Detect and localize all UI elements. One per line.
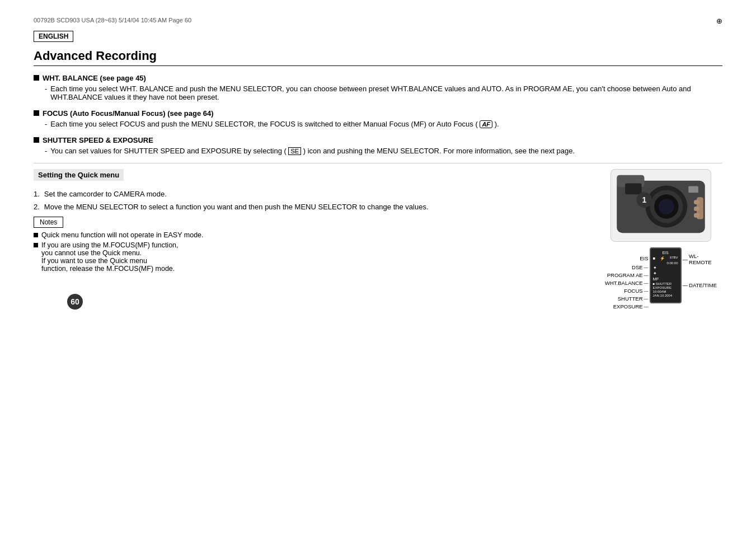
- svg-rect-13: [694, 213, 699, 218]
- page-title: Advanced Recording: [34, 49, 722, 66]
- step-2-num: 2.: [34, 203, 40, 211]
- svg-point-4: [659, 199, 674, 214]
- shutter-heading: SHUTTER SPEED & EXPOSURE: [43, 136, 153, 144]
- step-1-text: Set the camcorder to CAMERA mode.: [44, 190, 167, 198]
- step-2-text: Move the MENU SELECTOR to select a funct…: [44, 203, 429, 211]
- section-heading-focus: FOCUS (Auto Focus/Manual Focus) (see pag…: [34, 109, 722, 118]
- step-1-num: 1.: [34, 190, 40, 198]
- focus-heading: FOCUS (Auto Focus/Manual Focus) (see pag…: [43, 109, 214, 118]
- dash-icon: -: [45, 85, 47, 101]
- section-focus: FOCUS (Auto Focus/Manual Focus) (see pag…: [34, 109, 722, 128]
- note-2-text: If you are using the M.FOCUS(MF) functio…: [41, 241, 179, 273]
- dash-icon: -: [45, 120, 47, 128]
- page-number: 60: [67, 294, 83, 310]
- svg-rect-9: [688, 186, 698, 193]
- wht-balance-body: - Each time you select WHT. BALANCE and …: [45, 85, 722, 101]
- quick-menu-heading: Setting the Quick menu: [34, 169, 124, 181]
- divider: [34, 163, 722, 163]
- screen-row-date: JAN.10.2004: [653, 294, 678, 297]
- label-dse: DSE —: [632, 264, 649, 270]
- shutter-text: You can set values for SHUTTER SPEED and…: [50, 147, 575, 155]
- registration-marks: ⊕: [716, 17, 722, 25]
- label-eis: EIS: [640, 255, 648, 261]
- bullet-icon: [34, 137, 39, 143]
- page-header: 00792B SCD903 USA (28~63) 5/14/04 10:45 …: [34, 17, 722, 25]
- label-program-ae: PROGRAM AE —: [607, 272, 649, 278]
- svg-rect-6: [625, 184, 642, 195]
- svg-text:1: 1: [642, 196, 647, 204]
- eis-screen-label: EIS: [653, 251, 678, 255]
- camera-screen: EIS ■ ⚡ 97BV 0:00:00 ✦ ✦: [650, 247, 682, 303]
- label-wl-remote: — WL-REMOTE: [683, 253, 717, 265]
- note-2: If you are using the M.FOCUS(MF) functio…: [34, 241, 583, 273]
- focus-item-1: - Each time you select FOCUS and push th…: [45, 120, 722, 128]
- camera-image: 1: [611, 169, 711, 242]
- section-heading-shutter: SHUTTER SPEED & EXPOSURE: [34, 136, 722, 144]
- shutter-se-icon: SE: [288, 147, 301, 155]
- wht-balance-heading: WHT. BALANCE (see page 45): [43, 74, 146, 82]
- bullet-icon: [34, 110, 39, 116]
- wht-balance-text: Each time you select WHT. BALANCE and pu…: [50, 85, 722, 101]
- menu-labels-right: — WL-REMOTE — DATE/TIME: [683, 247, 717, 288]
- label-focus: FOCUS —: [624, 288, 648, 294]
- focus-text: Each time you select FOCUS and push the …: [50, 120, 499, 128]
- label-date-time: — DATE/TIME: [683, 282, 717, 288]
- screen-row-datetime: 10:00AM: [653, 290, 678, 293]
- label-exposure: EXPOSURE —: [613, 303, 649, 310]
- screen-row-time: 0:00:00: [653, 261, 678, 265]
- menu-labels-left: EIS DSE — PROGRAM AE — WHT.BALANCE —: [605, 247, 649, 310]
- screen-row-focus: MF: [653, 277, 678, 282]
- quick-menu-section: Setting the Quick menu 1. Set the camcor…: [34, 169, 583, 211]
- file-info: 00792B SCD903 USA (28~63) 5/14/04 10:45 …: [34, 17, 191, 25]
- step-2: 2. Move the MENU SELECTOR to select a fu…: [34, 203, 583, 211]
- reg-mark-right: ⊕: [716, 17, 722, 25]
- main-content: Setting the Quick menu 1. Set the camcor…: [34, 169, 722, 310]
- menu-diagram: EIS DSE — PROGRAM AE — WHT.BALANCE —: [605, 247, 717, 310]
- wht-balance-item-1: - Each time you select WHT. BALANCE and …: [45, 85, 722, 101]
- english-badge: ENGLISH: [34, 31, 73, 42]
- screen-row-shutter: ■ SHUTTER: [653, 282, 678, 285]
- screen-row-exposure: EXPOSURE: [653, 286, 678, 289]
- af-icon: AF: [480, 120, 492, 128]
- shutter-item-1: - You can set values for SHUTTER SPEED a…: [45, 147, 722, 155]
- section-heading-wht-balance: WHT. BALANCE (see page 45): [34, 74, 722, 82]
- label-wht-balance: WHT.BALANCE —: [605, 280, 649, 286]
- bullet-icon: [34, 243, 38, 247]
- svg-rect-12: [694, 207, 699, 211]
- note-1: Quick menu function will not operate in …: [34, 231, 583, 239]
- shutter-body: - You can set values for SHUTTER SPEED a…: [45, 147, 722, 155]
- section-shutter: SHUTTER SPEED & EXPOSURE - You can set v…: [34, 136, 722, 155]
- step-1: 1. Set the camcorder to CAMERA mode.: [34, 190, 583, 198]
- bullet-icon: [34, 233, 38, 237]
- dash-icon: -: [45, 147, 47, 155]
- notes-section: Notes Quick menu function will not opera…: [34, 217, 583, 273]
- screen-row-dse: ■ ⚡ 97BV: [653, 256, 678, 261]
- screen-row-prog: ✦: [653, 265, 678, 270]
- svg-rect-11: [694, 200, 699, 204]
- notes-badge: Notes: [34, 217, 63, 228]
- focus-body: - Each time you select FOCUS and push th…: [45, 120, 722, 128]
- bullet-icon: [34, 75, 39, 81]
- note-1-text: Quick menu function will not operate in …: [41, 231, 204, 239]
- screen-row-wht: ✦: [653, 271, 678, 276]
- section-wht-balance: WHT. BALANCE (see page 45) - Each time y…: [34, 74, 722, 101]
- label-shutter: SHUTTER —: [618, 296, 649, 302]
- right-column: 1 EIS DSE —: [599, 169, 722, 310]
- left-column: Setting the Quick menu 1. Set the camcor…: [34, 169, 583, 310]
